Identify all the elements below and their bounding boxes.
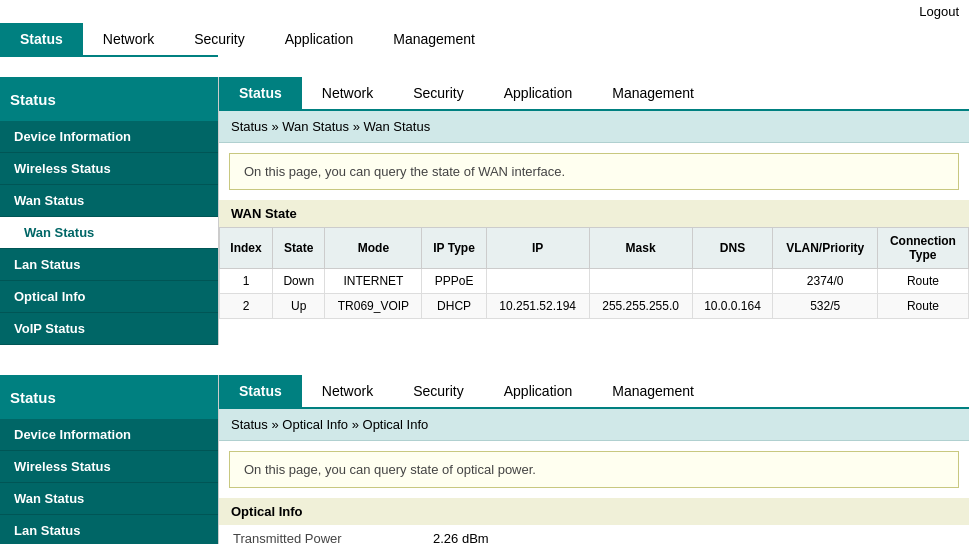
th-vlan: VLAN/Priority [773,228,877,269]
sidebar-device-info-1[interactable]: Device Information [0,121,218,153]
wan-section-title: WAN State [219,200,969,227]
wan-full-panel: Status Device Information Wireless Statu… [0,77,969,345]
sidebar-voip-status-1[interactable]: VoIP Status [0,313,218,345]
page-wrapper: Logout Status Network Security Applicati… [0,0,969,544]
nav-network-1[interactable]: Network [83,23,174,55]
optical-value: 2.26 dBm [419,525,969,544]
sidebar-device-info-2[interactable]: Device Information [0,419,218,451]
sidebar-wan-status-2[interactable]: Wan Status [0,483,218,515]
sidebar-1: Status Network Security Application Mana… [0,23,218,57]
nav-management-1[interactable]: Management [373,23,495,55]
table-row: 1DownINTERNETPPPoE2374/0Route [220,269,969,294]
wan-status-panel: Status Network Security Application Mana… [0,23,969,57]
sidebar-column-1: Status Device Information Wireless Statu… [0,77,218,345]
nav-bar-1: Status Network Security Application Mana… [0,23,218,57]
logout-button[interactable]: Logout [919,4,959,19]
logout-bar: Logout [0,0,969,23]
tab-security-1[interactable]: Security [393,77,484,109]
th-state: State [273,228,325,269]
tab-security-2[interactable]: Security [393,375,484,407]
optical-label: Transmitted Power [219,525,419,544]
sidebar-optical-info-1[interactable]: Optical Info [0,281,218,313]
tab-management-2[interactable]: Management [592,375,714,407]
tab-management-1[interactable]: Management [592,77,714,109]
th-mask: Mask [589,228,692,269]
breadcrumb-2: Status » Optical Info » Optical Info [219,409,969,441]
sidebar-wireless-1[interactable]: Wireless Status [0,153,218,185]
th-dns: DNS [692,228,773,269]
optical-section-title: Optical Info [219,498,969,525]
sidebar-wan-status-1[interactable]: Wan Status [0,185,218,217]
optical-table: Transmitted Power2.26 dBmReceived Power-… [219,525,969,544]
optical-full-panel: Status Device Information Wireless Statu… [0,375,969,544]
th-ip: IP [486,228,589,269]
nav-security-1[interactable]: Security [174,23,265,55]
sidebar-wan-status-sub-1[interactable]: Wan Status [0,217,218,249]
tab-network-2[interactable]: Network [302,375,393,407]
tab-status-2[interactable]: Status [219,375,302,407]
sidebar-wireless-2[interactable]: Wireless Status [0,451,218,483]
tab-status-1[interactable]: Status [219,77,302,109]
info-box-1: On this page, you can query the state of… [229,153,959,190]
nav-application-1[interactable]: Application [265,23,374,55]
optical-row: Transmitted Power2.26 dBm [219,525,969,544]
nav-status-1[interactable]: Status [0,23,83,55]
sidebar-lan-status-1[interactable]: Lan Status [0,249,218,281]
nav-tabs-1: Status Network Security Application Mana… [219,77,969,111]
th-conntype: ConnectionType [877,228,968,269]
th-iptype: IP Type [422,228,486,269]
info-box-2: On this page, you can query state of opt… [229,451,959,488]
tab-network-1[interactable]: Network [302,77,393,109]
th-mode: Mode [325,228,422,269]
sidebar-lan-status-2[interactable]: Lan Status [0,515,218,544]
sidebar-column-2: Status Device Information Wireless Statu… [0,375,218,544]
table-row: 2UpTR069_VOIPDHCP10.251.52.194255.255.25… [220,294,969,319]
tab-application-2[interactable]: Application [484,375,593,407]
tab-application-1[interactable]: Application [484,77,593,109]
th-index: Index [220,228,273,269]
content-area-2: Status Network Security Application Mana… [218,375,969,544]
status-tab-2[interactable]: Status [10,389,56,406]
wan-table: Index State Mode IP Type IP Mask DNS VLA… [219,227,969,319]
content-area-1: Status Network Security Application Mana… [218,77,969,345]
nav-tabs-2: Status Network Security Application Mana… [219,375,969,409]
breadcrumb-1: Status » Wan Status » Wan Status [219,111,969,143]
status-tab-1[interactable]: Status [10,91,56,108]
